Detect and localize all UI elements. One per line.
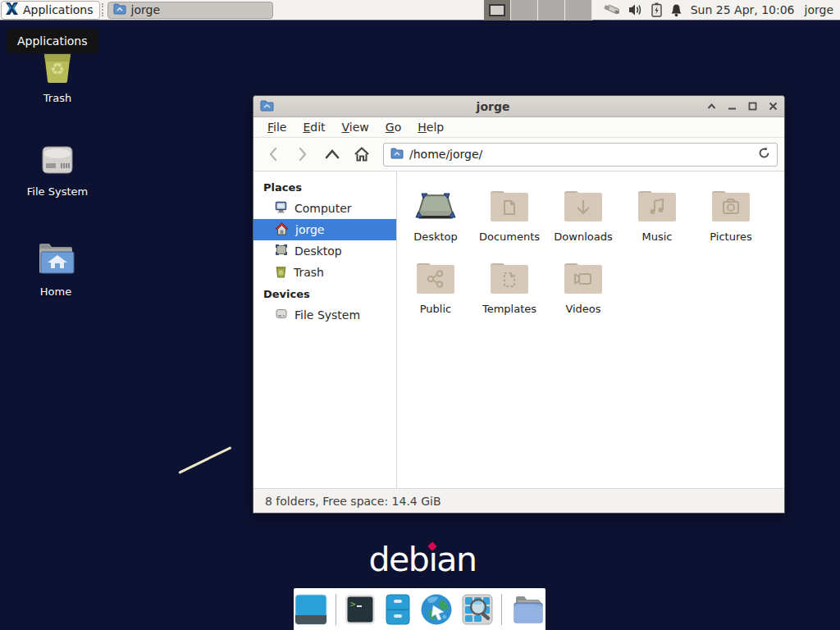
- battery-charging-icon[interactable]: [651, 2, 662, 17]
- window-title: jorge: [279, 100, 707, 113]
- workspace-2[interactable]: [511, 0, 538, 21]
- public-folder-icon: [414, 255, 457, 301]
- xfce-menu-icon: [5, 2, 19, 18]
- show-desktop-button[interactable]: [294, 593, 328, 626]
- panel-username[interactable]: jorge: [805, 3, 833, 16]
- videos-folder-icon: [562, 255, 605, 301]
- maximize-button[interactable]: [748, 102, 757, 111]
- menu-help[interactable]: Help: [410, 118, 451, 136]
- file-item-label: Documents: [479, 231, 540, 243]
- terminal-launcher[interactable]: >: [344, 593, 377, 626]
- applications-menu-button[interactable]: Applications: [1, 1, 100, 20]
- menu-file[interactable]: File: [260, 118, 294, 136]
- reload-icon[interactable]: [758, 147, 770, 162]
- top-panel: Applications jorge: [0, 0, 840, 21]
- debian-wordmark: debıan: [328, 540, 517, 579]
- file-item-label: Public: [420, 303, 451, 315]
- location-path[interactable]: /home/jorge/: [409, 148, 752, 161]
- sidebar-item-label: File System: [294, 308, 360, 322]
- folder-menu-launcher[interactable]: [509, 593, 546, 626]
- hard-drive-icon: [36, 142, 79, 180]
- svg-text:♻: ♻: [278, 270, 283, 276]
- workspace-switcher[interactable]: [484, 0, 592, 21]
- desktop-icon-home[interactable]: Home: [16, 240, 95, 298]
- file-item-desktop[interactable]: Desktop: [399, 183, 472, 255]
- sidebar-item-trash[interactable]: ♻ Trash: [253, 262, 396, 283]
- sidebar-item-label: jorge: [295, 223, 324, 236]
- file-item-label: Templates: [482, 303, 536, 315]
- debian-wordmark-pre: deb: [369, 540, 429, 579]
- shade-button[interactable]: [707, 103, 716, 110]
- dock-separator: [501, 594, 502, 625]
- location-folder-icon: [390, 148, 404, 162]
- minimize-button[interactable]: [728, 103, 737, 110]
- desktop-icon-label: Home: [40, 285, 71, 298]
- up-button[interactable]: [319, 142, 345, 167]
- sidebar-item-label: Trash: [294, 266, 324, 279]
- panel-handle[interactable]: [102, 3, 106, 16]
- home-icon: [275, 222, 289, 238]
- drive-small-icon: [275, 308, 288, 322]
- file-item-public[interactable]: Public: [399, 255, 472, 327]
- sidebar-item-label: Computer: [294, 202, 352, 215]
- panel-clock[interactable]: Sun 25 Apr, 10:06: [691, 3, 795, 16]
- workspace-4[interactable]: [565, 0, 592, 21]
- file-item-downloads[interactable]: Downloads: [546, 183, 620, 255]
- file-item-pictures[interactable]: Pictures: [694, 183, 768, 255]
- taskbar-window-label: jorge: [131, 3, 160, 16]
- file-item-label: Desktop: [413, 231, 458, 243]
- menu-go[interactable]: Go: [378, 118, 409, 136]
- file-view[interactable]: Desktop Documents: [397, 171, 784, 488]
- window-titlebar[interactable]: jorge: [253, 96, 784, 117]
- sidebar-item-jorge[interactable]: jorge: [253, 219, 396, 240]
- sidebar-item-label: Desktop: [294, 244, 342, 258]
- file-item-music[interactable]: Music: [620, 183, 694, 255]
- location-bar[interactable]: /home/jorge/: [383, 143, 778, 167]
- file-item-label: Downloads: [554, 231, 612, 243]
- sidebar-devices-header: Devices: [253, 283, 396, 304]
- folder-icon: [113, 3, 126, 17]
- notifications-bell-icon[interactable]: [670, 3, 682, 17]
- taskbar-window-button[interactable]: jorge: [107, 2, 273, 19]
- file-item-videos[interactable]: Videos: [546, 255, 620, 327]
- documents-folder-icon: [488, 183, 531, 229]
- debian-wordmark-post: an: [436, 540, 476, 579]
- downloads-folder-icon: [562, 183, 605, 229]
- sidebar-item-computer[interactable]: Computer: [253, 198, 396, 219]
- debian-wordmark-i: ı: [428, 540, 436, 579]
- sidebar-item-file-system[interactable]: File System: [253, 304, 396, 326]
- workspace-3[interactable]: [538, 0, 565, 21]
- file-item-label: Pictures: [710, 231, 751, 243]
- back-button[interactable]: [260, 142, 286, 167]
- templates-folder-icon: [488, 255, 531, 301]
- computer-icon: [275, 201, 288, 216]
- workspace-1[interactable]: [484, 0, 511, 21]
- menu-edit[interactable]: Edit: [295, 118, 332, 136]
- window-folder-icon: [260, 99, 274, 114]
- menubar: File Edit View Go Help: [253, 117, 784, 138]
- volume-icon[interactable]: [628, 3, 643, 16]
- file-item-documents[interactable]: Documents: [472, 183, 546, 255]
- home-folder-icon: [34, 240, 77, 281]
- desktop-icon-file-system[interactable]: File System: [18, 142, 97, 198]
- desktop-folder-icon: [414, 183, 457, 229]
- file-manager-window: jorge File Edit View Go Help: [253, 95, 785, 514]
- file-manager-launcher[interactable]: [384, 593, 412, 626]
- file-item-templates[interactable]: Templates: [472, 255, 546, 327]
- home-button[interactable]: [349, 142, 375, 167]
- file-item-label: Videos: [565, 303, 600, 315]
- dock-panel: >: [294, 588, 546, 630]
- app-finder-launcher[interactable]: [461, 593, 494, 626]
- music-folder-icon: [636, 183, 678, 229]
- toolbar: /home/jorge/: [253, 138, 784, 171]
- sidebar-item-desktop[interactable]: Desktop: [253, 240, 396, 262]
- web-browser-launcher[interactable]: [419, 592, 454, 627]
- svg-text:>: >: [350, 599, 356, 609]
- stylus-tray-icon[interactable]: [604, 2, 620, 17]
- applications-menu-label: Applications: [23, 3, 94, 16]
- close-button[interactable]: [769, 102, 778, 111]
- file-item-label: Music: [642, 231, 673, 243]
- forward-button[interactable]: [290, 142, 316, 167]
- menu-view[interactable]: View: [335, 118, 377, 136]
- desktop-place-icon: [275, 244, 288, 258]
